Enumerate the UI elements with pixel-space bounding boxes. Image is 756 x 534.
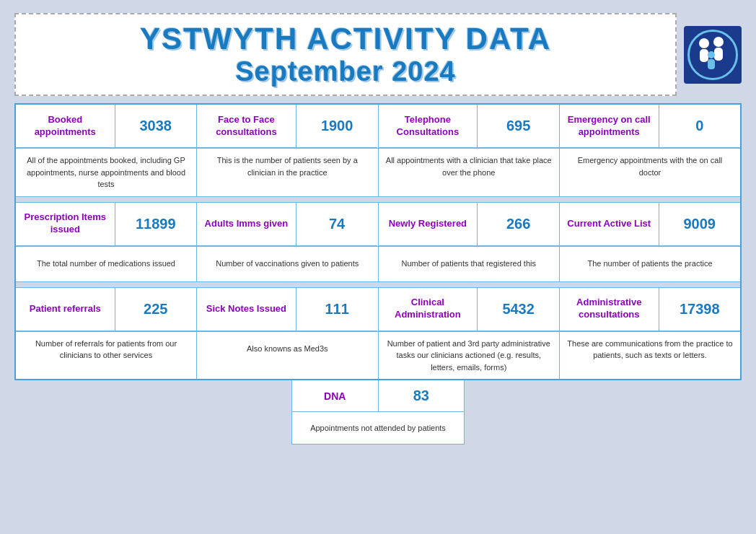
label-clinical-admin: Clinical Administration	[379, 288, 478, 331]
data-row-3: Patient referrals 225 Number of referral…	[15, 287, 741, 380]
cell-prescription: Prescription Items issued 11899 The tota…	[15, 202, 197, 281]
data-row-1: Booked appointments 3038 All of the appo…	[15, 104, 741, 196]
value-imms: 74	[296, 203, 378, 246]
dna-desc: Appointments not attended by patients	[292, 412, 464, 444]
svg-point-4	[708, 51, 715, 58]
cell-emergency: Emergency on call appointments 0 Emergen…	[560, 104, 742, 196]
dna-section: DNA 83 Appointments not attended by pati…	[14, 380, 742, 445]
dna-box: DNA 83 Appointments not attended by pati…	[291, 380, 465, 445]
cell-imms: Adults Imms given 74 Number of vaccinati…	[197, 202, 379, 281]
logo-box	[684, 26, 742, 84]
cell-clinical-admin: Clinical Administration 5432 Number of p…	[378, 287, 560, 380]
desc-prescription: The total number of medications issued	[16, 247, 196, 281]
label-newly-registered: Newly Registered	[379, 203, 478, 246]
cell-active-list: Current Active List 9009 The number of p…	[560, 202, 742, 281]
desc-imms: Number of vaccinations given to patients	[197, 247, 378, 281]
value-referrals: 225	[115, 288, 197, 331]
title-line2: September 2024	[38, 56, 654, 87]
gap-row-2	[15, 281, 741, 287]
value-clinical-admin: 5432	[478, 288, 559, 331]
value-telephone: 695	[478, 105, 559, 148]
value-booked-appointments: 3038	[115, 105, 197, 148]
label-telephone: Telephone Consultations	[379, 105, 478, 148]
label-prescription: Prescription Items issued	[16, 203, 115, 246]
desc-sick-notes: Also knowns as Med3s	[197, 332, 378, 367]
label-admin-consult: Administrative consultations	[560, 288, 659, 331]
label-referrals: Patient referrals	[16, 288, 115, 331]
label-active-list: Current Active List	[560, 203, 659, 246]
title-line1: YSTWYTH ACTIVITY DATA	[38, 22, 654, 56]
page-wrapper: YSTWYTH ACTIVITY DATA September 2024	[0, 0, 756, 534]
desc-clinical-admin: Number of patient and 3rd party administ…	[379, 332, 560, 380]
value-emergency: 0	[659, 105, 741, 148]
desc-referrals: Number of referrals for patients from ou…	[16, 332, 196, 367]
svg-rect-3	[714, 48, 723, 61]
value-newly-registered: 266	[478, 203, 559, 246]
value-admin-consult: 17398	[659, 288, 741, 331]
svg-rect-5	[708, 59, 715, 69]
title-box: YSTWYTH ACTIVITY DATA September 2024	[14, 13, 677, 96]
svg-point-0	[699, 38, 709, 48]
label-sick-notes: Sick Notes Issued	[197, 288, 296, 331]
cell-face-to-face: Face to Face consultations 1900 This is …	[197, 104, 379, 196]
value-face-to-face: 1900	[296, 105, 378, 148]
desc-admin-consult: These are communications from the practi…	[560, 332, 740, 367]
logo-inner	[687, 30, 738, 80]
desc-newly-registered: Number of patients that registered this	[379, 247, 560, 281]
desc-active-list: The number of patients the practice	[560, 247, 740, 281]
cell-telephone: Telephone Consultations 695 All appointm…	[378, 104, 560, 196]
desc-booked-appointments: All of the appointments booked, includin…	[16, 149, 196, 196]
label-imms: Adults Imms given	[197, 203, 296, 246]
dna-label: DNA	[292, 380, 379, 411]
value-active-list: 9009	[659, 203, 741, 246]
gap-row-1	[15, 196, 741, 202]
cell-newly-registered: Newly Registered 266 Number of patients …	[378, 202, 560, 281]
cell-sick-notes: Sick Notes Issued 111 Also knowns as Med…	[197, 287, 379, 380]
label-emergency: Emergency on call appointments	[560, 105, 659, 148]
dna-value: 83	[379, 380, 465, 411]
cell-admin-consult: Administrative consultations 17398 These…	[560, 287, 742, 380]
label-face-to-face: Face to Face consultations	[197, 105, 296, 148]
desc-face-to-face: This is the number of patients seen by a…	[197, 149, 378, 184]
dna-top: DNA 83	[292, 380, 464, 412]
desc-telephone: All appointments with a clinician that t…	[379, 149, 560, 184]
value-sick-notes: 111	[296, 288, 378, 331]
logo-icon	[691, 33, 734, 76]
cell-booked-appointments: Booked appointments 3038 All of the appo…	[15, 104, 197, 196]
main-data-table: Booked appointments 3038 All of the appo…	[14, 103, 742, 380]
label-booked-appointments: Booked appointments	[16, 105, 115, 148]
cell-referrals: Patient referrals 225 Number of referral…	[15, 287, 197, 380]
data-row-2: Prescription Items issued 11899 The tota…	[15, 202, 741, 281]
svg-point-2	[713, 37, 724, 47]
value-prescription: 11899	[115, 203, 197, 246]
header-section: YSTWYTH ACTIVITY DATA September 2024	[14, 13, 742, 96]
svg-rect-1	[700, 49, 708, 62]
desc-emergency: Emergency appointments with the on call …	[560, 149, 740, 184]
